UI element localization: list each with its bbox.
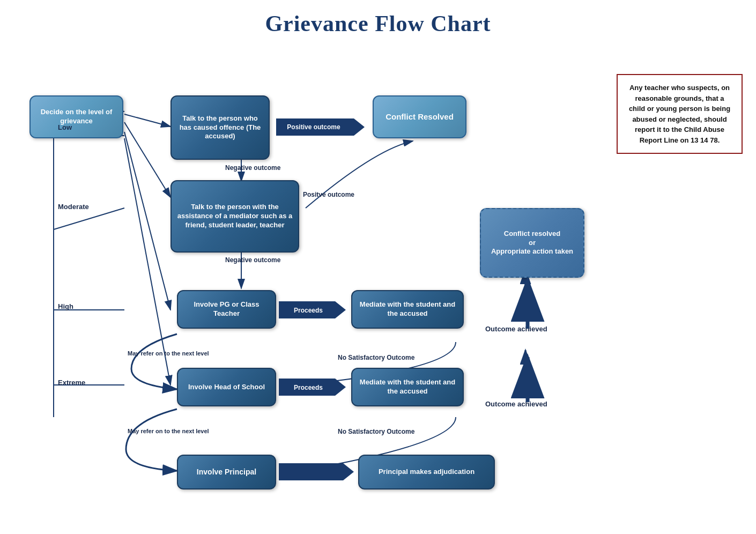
- label-may-refer-2: May refer on to the next level: [128, 428, 209, 434]
- label-low: Low: [58, 123, 72, 131]
- box-involve-principal: Involve Principal: [177, 455, 276, 490]
- label-may-refer-1: May refer on to the next level: [128, 350, 209, 357]
- svg-text:Positive outcome: Positive outcome: [287, 123, 340, 131]
- box-mediate-1: Mediate with the student and the accused: [351, 290, 464, 329]
- label-high: High: [58, 302, 73, 310]
- svg-line-3: [124, 122, 171, 197]
- svg-text:Proceeds: Proceeds: [294, 307, 323, 314]
- chevron-to-adjudication: [279, 461, 357, 483]
- page-title: Grievance Flow Chart: [0, 0, 756, 42]
- box-mediate-2: Mediate with the student and the accused: [351, 368, 464, 406]
- svg-marker-22: [279, 463, 354, 480]
- box-conflict-resolved-mid: Conflict resolved or Appropriate action …: [480, 208, 584, 278]
- box-principal-adjudication: Principal makes adjudication: [358, 455, 495, 490]
- notice-box: Any teacher who suspects, on reasonable …: [617, 74, 743, 154]
- svg-line-2: [124, 114, 171, 127]
- label-moderate: Moderate: [58, 203, 89, 211]
- svg-line-13: [54, 208, 124, 229]
- label-outcome-1: Outcome achieved: [485, 325, 547, 333]
- label-outcome-2: Outcome achieved: [485, 400, 547, 408]
- label-extreme: Extreme: [58, 379, 85, 387]
- svg-line-7: [124, 138, 171, 385]
- label-no-satisfactory-2: No Satisfactory Outcome: [338, 428, 414, 435]
- label-positive-2: Positve outcome: [303, 191, 354, 198]
- notice-text: Any teacher who suspects, on reasonable …: [629, 84, 730, 144]
- chevron-proceeds-1: Proceeds: [279, 299, 349, 321]
- label-negative-1: Negative outcome: [225, 164, 280, 172]
- box-talk-mediator: Talk to the person with the assistance o…: [171, 180, 299, 253]
- label-negative-2: Negative outcome: [225, 256, 280, 264]
- svg-text:Proceeds: Proceeds: [294, 384, 323, 391]
- box-involve-head: Involve Head of School: [177, 368, 276, 406]
- box-talk-accused: Talk to the person who has caused offenc…: [171, 95, 270, 160]
- chevron-positive-outcome: Positive outcome: [276, 116, 370, 138]
- box-involve-pg: Involve PG or Class Teacher: [177, 290, 276, 329]
- box-conflict-resolved-top: Conflict Resolved: [373, 95, 466, 138]
- label-no-satisfactory-1: No Satisfactory Outcome: [338, 354, 414, 361]
- flowchart: Any teacher who suspects, on reasonable …: [0, 42, 756, 534]
- chevron-proceeds-2: Proceeds: [279, 376, 349, 398]
- svg-line-6: [124, 132, 171, 310]
- box-decide: Decide on the level of grievance: [29, 95, 123, 138]
